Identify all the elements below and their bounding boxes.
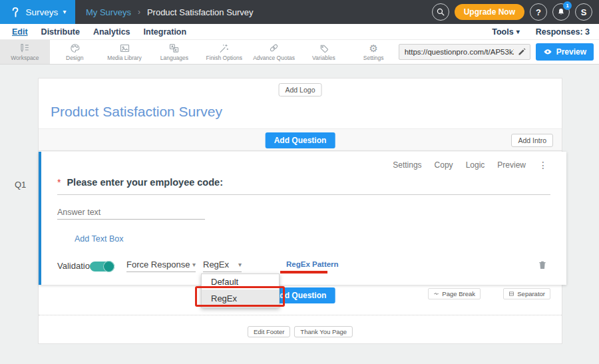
toolbar-label: Advance Quotas — [253, 55, 295, 61]
chevron-down-icon: ▾ — [192, 262, 196, 268]
toolbar-label: Variables — [312, 55, 335, 61]
footer-buttons: Edit Footer Thank You Page — [248, 326, 353, 337]
question-preview-link[interactable]: Preview — [497, 160, 526, 170]
question-settings-link[interactable]: Settings — [393, 160, 421, 170]
toolbar-label: Finish Options — [206, 55, 242, 61]
add-question-row: Add Question Page Break Separator — [39, 285, 562, 315]
preview-button[interactable]: Preview — [536, 43, 594, 61]
search-icon — [436, 7, 445, 17]
separator-icon — [508, 291, 514, 297]
questionpro-app: Surveys ▾ My Surveys › Product Satisfact… — [0, 0, 599, 364]
survey-title[interactable]: Product Satisfaction Survey — [51, 104, 222, 120]
toolbar-label: Workspace — [11, 55, 39, 61]
question-card: Settings Copy Logic Preview ⋮ * Please e… — [39, 152, 566, 285]
eye-icon — [543, 47, 552, 57]
tab-edit[interactable]: Edit — [12, 27, 28, 37]
chevron-down-icon: ▾ — [516, 29, 520, 35]
survey-editor-page: Q1 Add Logo Product Satisfaction Survey … — [0, 65, 599, 364]
toolbar-label: Languages — [160, 55, 188, 61]
toolbar-label: Media Library — [107, 55, 142, 61]
tools-menu[interactable]: Tools▾ — [492, 27, 519, 37]
account-avatar[interactable]: S — [575, 3, 592, 21]
toolbar-label: Design — [66, 55, 83, 61]
toolbar-item-settings[interactable]: ⚙ Settings — [349, 40, 399, 64]
notifications-button[interactable]: 1 — [552, 3, 570, 21]
toolbar-item-workspace[interactable]: Workspace — [0, 40, 50, 64]
settings-icon: ⚙ — [369, 43, 377, 54]
workspace-icon — [19, 43, 31, 54]
toggle-knob — [103, 261, 114, 272]
survey-canvas: Add Logo Product Satisfaction Survey Add… — [38, 78, 562, 344]
breadcrumb-my-surveys[interactable]: My Surveys — [86, 7, 131, 17]
regex-pattern-link[interactable]: RegEx Pattern — [286, 260, 339, 268]
toolbar-item-advance-quotas[interactable]: Advance Quotas — [249, 40, 299, 64]
question-text-row[interactable]: * Please enter your employee code: — [57, 177, 550, 195]
menu-option-default[interactable]: Default — [202, 274, 279, 289]
separator-button[interactable]: Separator — [503, 288, 550, 299]
tools-label: Tools — [492, 27, 513, 37]
toolbar-item-languages[interactable]: Languages — [149, 40, 199, 64]
finish-options-icon — [218, 43, 230, 54]
question-actions: Settings Copy Logic Preview ⋮ — [393, 160, 548, 170]
variables-icon — [318, 43, 329, 54]
survey-footer-section: Edit Footer Thank You Page — [39, 315, 562, 345]
force-response-dropdown[interactable]: Force Response ▾ — [126, 260, 196, 272]
page-break-icon — [433, 291, 439, 297]
toolbar-item-media-library[interactable]: Media Library — [100, 40, 150, 64]
upgrade-now-button[interactable]: Upgrade Now — [455, 4, 524, 20]
breadcrumb-separator-icon: › — [138, 7, 140, 17]
validation-type-dropdown[interactable]: RegEx ▾ — [203, 260, 242, 272]
validation-type-menu: Default RegEx — [201, 273, 280, 308]
question-copy-link[interactable]: Copy — [435, 160, 453, 170]
notification-badge: 1 — [563, 1, 572, 10]
top-actions: Upgrade Now ? 1 S — [432, 3, 599, 21]
product-menu[interactable]: Surveys ▾ — [0, 0, 75, 24]
builder-toolbar: Workspace Design Media Library Languages… — [0, 40, 599, 65]
tab-analytics[interactable]: Analytics — [93, 27, 130, 37]
subnav-right: Tools▾ Responses: 3 — [492, 27, 599, 37]
toolbar-item-variables[interactable]: Variables — [299, 40, 349, 64]
add-intro-button[interactable]: Add Intro — [511, 134, 553, 147]
add-text-box-link[interactable]: Add Text Box — [75, 234, 123, 244]
tab-integration[interactable]: Integration — [144, 27, 187, 37]
toolbar-label: Settings — [363, 55, 384, 61]
add-question-strip: Add Question Add Intro — [39, 128, 562, 151]
help-button[interactable]: ? — [530, 3, 547, 21]
product-menu-label: Surveys — [26, 7, 59, 17]
validation-type-label: RegEx — [203, 260, 229, 270]
breadcrumb: My Surveys › Product Satisfaction Survey — [86, 7, 254, 17]
breadcrumb-current: Product Satisfaction Survey — [147, 7, 254, 17]
edit-url-pencil-icon[interactable] — [517, 47, 527, 57]
add-question-button-top[interactable]: Add Question — [266, 132, 335, 148]
design-icon — [69, 43, 81, 54]
required-asterisk: * — [57, 177, 61, 188]
page-break-button[interactable]: Page Break — [428, 288, 481, 299]
advance-quotas-icon — [268, 43, 280, 54]
kebab-menu-icon[interactable]: ⋮ — [538, 160, 548, 170]
question-logic-link[interactable]: Logic — [466, 160, 485, 170]
toolbar-item-design[interactable]: Design — [50, 40, 100, 64]
survey-url-input[interactable] — [399, 44, 530, 60]
separator-label: Separator — [517, 290, 545, 297]
chevron-down-icon: ▾ — [63, 9, 66, 15]
survey-header-section: Add Logo Product Satisfaction Survey — [39, 79, 562, 128]
add-logo-button[interactable]: Add Logo — [279, 83, 322, 96]
questionpro-logo-icon — [9, 5, 21, 19]
thank-you-page-button[interactable]: Thank You Page — [294, 326, 353, 337]
avatar-initial: S — [581, 7, 587, 17]
preview-label: Preview — [556, 47, 586, 57]
toolbar-item-finish-options[interactable]: Finish Options — [199, 40, 249, 64]
menu-option-regex[interactable]: RegEx — [202, 289, 279, 307]
delete-question-trash-icon[interactable] — [537, 259, 548, 271]
answer-text-input[interactable] — [57, 205, 205, 220]
survey-url-wrap — [399, 44, 530, 60]
force-response-label: Force Response — [126, 260, 190, 270]
validation-toggle[interactable] — [90, 262, 114, 272]
help-label: ? — [536, 7, 541, 17]
tab-distribute[interactable]: Distribute — [41, 27, 80, 37]
survey-nav: Edit Distribute Analytics Integration To… — [0, 24, 599, 40]
edit-footer-button[interactable]: Edit Footer — [248, 326, 290, 337]
question-text[interactable]: Please enter your employee code: — [67, 177, 223, 188]
media-library-icon — [119, 43, 130, 54]
search-button[interactable] — [432, 3, 449, 21]
